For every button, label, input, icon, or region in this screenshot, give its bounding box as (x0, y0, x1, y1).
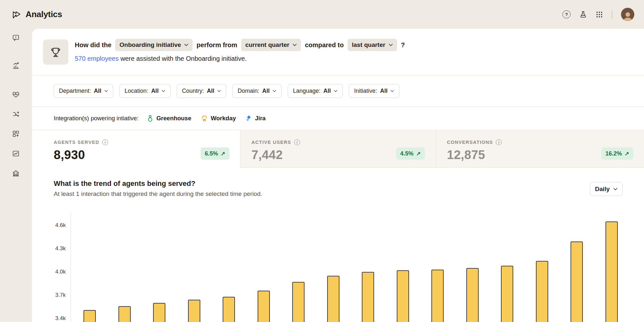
filter-value: All (151, 88, 159, 94)
trend-bar[interactable] (327, 276, 339, 322)
avatar[interactable] (621, 8, 634, 21)
trend-bar[interactable] (118, 306, 131, 322)
trend-bar[interactable] (536, 261, 548, 322)
sidebar-item-health[interactable] (9, 88, 22, 101)
filter-location[interactable]: Location:All (119, 84, 171, 98)
chevron-down-icon (104, 90, 108, 92)
trend-bar[interactable] (605, 221, 618, 322)
app-logo: Analytics (12, 9, 62, 19)
chevron-down-icon (613, 188, 617, 190)
chevron-down-icon (390, 90, 394, 92)
filter-language[interactable]: Language:All (288, 84, 343, 98)
page-title: Analytics (26, 9, 62, 19)
delta-badge: 16.2% ↗ (601, 147, 633, 160)
trend-bar[interactable] (501, 266, 513, 322)
filter-value: All (262, 88, 270, 94)
filter-value: All (207, 88, 214, 94)
filter-initiative[interactable]: Initiative:All (349, 84, 399, 98)
grid-plus-icon (12, 130, 20, 138)
trend-bar[interactable] (571, 242, 583, 322)
info-icon[interactable]: i (496, 139, 502, 145)
filter-department[interactable]: Department:All (54, 84, 113, 98)
chevron-down-icon (334, 90, 338, 92)
chevron-down-icon (293, 44, 297, 46)
sidebar-item-apps[interactable] (9, 127, 22, 140)
apps-grid-button[interactable] (596, 11, 603, 18)
greenhouse-icon (147, 115, 153, 122)
heart-pulse-icon (12, 91, 20, 98)
trend-up-arrow-icon: ↗ (625, 150, 629, 157)
question-compare-label: compared to (305, 41, 344, 49)
help-icon: ? (562, 10, 571, 18)
y-axis-line (71, 212, 71, 322)
stat-card-agents-served[interactable]: AGENTS SERVED i 8,930 6.5% ↗ (32, 130, 240, 168)
period-dropdown[interactable]: current quarter (241, 39, 301, 51)
trend-bar[interactable] (223, 297, 235, 322)
labs-button[interactable] (579, 11, 587, 18)
trend-bar[interactable] (153, 303, 165, 322)
flask-icon (579, 11, 587, 18)
app-header: Analytics ? (0, 0, 644, 29)
stat-card-active-users[interactable]: ACTIVE USERS i 7,442 4.5% ↗ (240, 130, 436, 168)
delta-value: 4.5% (400, 150, 414, 157)
info-icon[interactable]: i (102, 139, 108, 145)
sidebar-item-workflow[interactable] (9, 108, 22, 121)
stat-label: AGENTS SERVED (54, 140, 99, 145)
trend-bar[interactable] (188, 300, 200, 322)
trophy-illustration (43, 39, 68, 65)
trend-bar[interactable] (292, 282, 305, 322)
initiative-dropdown[interactable]: Onboarding initiative (115, 39, 193, 51)
trend-bar[interactable] (83, 310, 96, 322)
integration-greenhouse: Greenhouse (147, 115, 191, 122)
trend-bar[interactable] (431, 270, 444, 322)
header-divider (612, 10, 612, 19)
trend-title: What is the trend of agents being served… (54, 179, 262, 188)
trend-bar[interactable] (397, 270, 409, 322)
answer-text: were assisted with the Onboarding initia… (119, 55, 247, 62)
shuffle-icon (12, 110, 20, 118)
period-dropdown-value: current quarter (245, 41, 289, 48)
granularity-dropdown[interactable]: Daily (590, 182, 623, 196)
granularity-value: Daily (595, 186, 610, 193)
filter-value: All (323, 88, 331, 94)
integrations-label: Integration(s) powering intiative: (54, 115, 139, 122)
trend-up-arrow-icon: ↗ (416, 150, 421, 157)
integration-name: Jira (255, 115, 266, 122)
svg-text:W: W (203, 118, 206, 122)
trend-bar[interactable] (258, 291, 270, 322)
sidebar-item-analytics[interactable] (9, 59, 22, 72)
question-between: perform from (196, 41, 237, 49)
apps-grid-icon (596, 11, 603, 18)
question-prefix: How did the (75, 41, 111, 49)
building-icon (12, 169, 20, 177)
workday-icon: W (201, 115, 208, 122)
feedback-icon (12, 34, 20, 42)
stat-card-conversations[interactable]: CONVERSATIONS i 12,875 16.2% ↗ (436, 130, 644, 168)
info-icon[interactable]: i (294, 139, 300, 145)
sidebar-item-feedback[interactable] (9, 31, 22, 44)
integrations-row: Integration(s) powering intiative: Green… (32, 106, 644, 130)
jira-icon (246, 115, 252, 122)
employees-link[interactable]: 570 employees (75, 55, 119, 62)
insight-answer: 570 employees were assisted with the Onb… (75, 55, 247, 62)
filter-label: Location: (125, 88, 148, 94)
filter-value: All (94, 88, 101, 94)
trend-bar[interactable] (466, 268, 479, 322)
stat-label: ACTIVE USERS (251, 140, 291, 145)
y-axis-tick-label: 3.4k (32, 315, 66, 322)
filter-domain[interactable]: Domain:All (232, 84, 282, 98)
sidebar-item-organization[interactable] (9, 167, 22, 180)
filter-value: All (380, 88, 387, 94)
trend-subtitle: At least 1 interaction that triggered th… (54, 190, 262, 198)
help-button[interactable]: ? (562, 10, 571, 18)
sidebar-item-report[interactable] (9, 147, 22, 160)
trend-bar[interactable] (362, 272, 374, 322)
filter-country[interactable]: Country:All (177, 84, 226, 98)
integration-name: Greenhouse (156, 115, 191, 122)
filter-label: Initiative: (354, 88, 377, 94)
left-sidebar (0, 29, 32, 322)
compare-period-dropdown[interactable]: last quarter (348, 39, 397, 51)
delta-value: 6.5% (205, 150, 218, 157)
stats-row: AGENTS SERVED i 8,930 6.5% ↗ ACTIVE USER… (32, 130, 644, 168)
trend-up-arrow-icon: ↗ (221, 150, 225, 157)
